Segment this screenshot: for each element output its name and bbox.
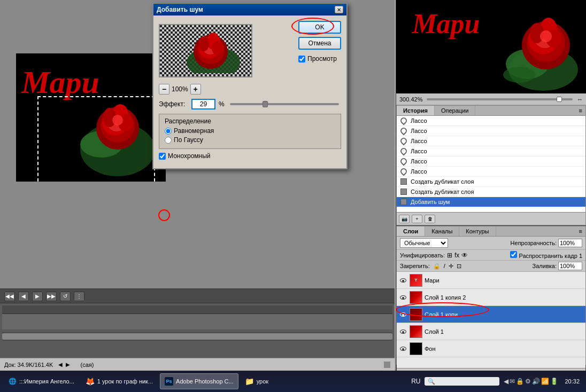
layer-visibility-toggle[interactable] [399,276,407,285]
layers-tabs: Слои Каналы Контуры ≡ [397,226,585,237]
tab-history[interactable]: История [397,106,435,115]
dialog-content: OK Отмена Просмотр [153,15,346,168]
tray-icon-3: 🔒 [516,378,524,385]
preview-label: Просмотр [307,55,337,62]
fill-input[interactable] [558,262,582,270]
history-item-label: Лассо [411,168,427,175]
history-item[interactable]: Создать дубликат слоя [397,187,585,197]
tray-icon-7: 🔋 [550,378,558,385]
layer-visibility-toggle[interactable] [399,344,407,353]
propagate-checkbox[interactable] [510,251,517,258]
panel-menu-button[interactable]: ≡ [576,106,585,115]
history-item-icon [400,137,407,145]
layer-visibility-toggle[interactable] [399,327,407,336]
lock-all-icon[interactable]: ⊡ [457,263,461,270]
prev-button[interactable]: ◀ [57,362,64,368]
layer-row[interactable]: Слой 1 копия 2 [397,289,585,306]
opacity-input[interactable] [558,239,582,247]
zoom-slider-thumb[interactable] [557,97,562,102]
timeline-scrollbar[interactable] [2,332,392,341]
unify-style-icon[interactable]: fx [454,252,459,259]
history-item-label: Лассо [411,128,427,134]
tab-layers[interactable]: Слои [397,226,425,236]
play-pause-button[interactable]: ▶ [32,292,43,301]
history-item[interactable]: Лассо [397,126,585,136]
layer-row[interactable]: Слой 1 копи... [397,306,585,323]
cancel-button[interactable]: Отмена [298,37,341,50]
next-button[interactable]: ▶ [65,362,71,368]
unify-position-icon[interactable]: ⊞ [447,252,452,259]
layer-row[interactable]: Фон [397,340,585,357]
next-frame-button[interactable]: ▶▶ [46,292,57,301]
dialog-title: Добавить шум [157,6,203,13]
zoom-out-button[interactable]: − [159,84,169,95]
history-item[interactable]: Лассо [397,136,585,146]
layers-panel-menu[interactable]: ≡ [576,226,585,236]
tab-operations[interactable]: Операции [435,106,475,115]
taskbar-item-ps[interactable]: Ps Adobe Photoshop C... [160,373,238,389]
uniform-label: Равномерная [174,127,214,135]
layer-name: Слой 1 копия 2 [425,294,583,301]
effect-slider[interactable] [230,103,339,105]
ps-right-panel: Мари 300.42% ↔ [396,0,586,371]
monochrome-checkbox[interactable] [159,153,166,160]
fill-label: Заливка: [533,263,557,269]
taskbar-search-input[interactable] [425,377,499,386]
lock-paint-icon[interactable]: / [444,263,445,269]
loop-button[interactable]: ↺ [60,292,71,301]
taskbar-label-ps: Adobe Photoshop C... [176,378,234,385]
svg-point-29 [198,36,209,51]
history-item[interactable]: Лассо [397,167,585,177]
empire-icon: 🌐 [8,377,17,386]
uniform-radio[interactable] [165,128,172,135]
taskbar-item-folder[interactable]: 📁 урок [241,373,273,389]
unify-visibility-icon[interactable]: 👁 [461,252,468,259]
layer-visibility-toggle[interactable] [399,310,407,319]
effect-input[interactable] [191,99,215,109]
history-item[interactable]: Лассо [397,146,585,156]
opacity-label: Непрозрачность: [511,240,557,246]
tab-channels[interactable]: Каналы [425,226,459,236]
effect-label: Эффект: [159,100,188,108]
layer-row[interactable]: Слой 1 [397,323,585,340]
history-item[interactable]: Добавить шум [397,197,585,207]
prev-frame-button[interactable]: ◀ [18,292,29,301]
dialog-titlebar: Добавить шум ✕ [153,4,346,15]
create-new-button[interactable]: + [412,215,422,223]
lock-position-icon[interactable]: 🔒 [433,263,441,270]
delete-history-button[interactable]: 🗑 [425,215,435,223]
opacity-control: Непрозрачность: [511,239,582,247]
gaussian-radio[interactable] [165,137,172,144]
tab-paths[interactable]: Контуры [459,226,496,236]
layer-thumbnail: T [410,274,422,287]
taskbar-lang: RU [407,378,425,385]
layer-mode-select[interactable]: Обычные [400,238,448,248]
timeline-ruler [2,305,392,314]
dialog-close-button[interactable]: ✕ [335,6,343,13]
zoom-in-button[interactable]: + [190,84,201,95]
timeline-options-button[interactable]: ⋮ [74,292,84,301]
timeline-body [0,303,395,359]
new-snapshot-button[interactable]: 📷 [399,215,410,223]
history-item[interactable]: Лассо [397,156,585,167]
svg-point-20 [540,30,552,42]
effect-slider-thumb[interactable] [263,101,268,107]
history-item[interactable]: Создать дубликат слоя [397,177,585,187]
canvas-window: Мари [16,53,166,182]
status-text: Док: 34.9K/161.4K [4,362,53,368]
lock-move-icon[interactable]: ✛ [449,263,453,270]
zoom-expand[interactable]: ↔ [577,96,583,103]
ok-button[interactable]: OK [298,21,341,34]
preview-checkbox[interactable] [298,56,305,62]
taskbar-item-empire[interactable]: 🌐 :::Империя Ангело... [3,373,79,389]
layer-visibility-toggle[interactable] [399,293,407,302]
zoom-slider[interactable] [427,98,573,100]
taskbar-item-fox[interactable]: 🦊 1 урок по граф ник... [81,373,158,389]
layer-row[interactable]: TМари [397,272,585,289]
history-item[interactable]: Лассо [397,116,585,126]
history-item-icon [400,147,407,155]
ps-rose-preview [490,0,586,93]
layer-thumbnail [410,291,422,304]
play-button[interactable]: ◀◀ [4,292,15,301]
tray-icon-5: 🔊 [532,378,540,385]
